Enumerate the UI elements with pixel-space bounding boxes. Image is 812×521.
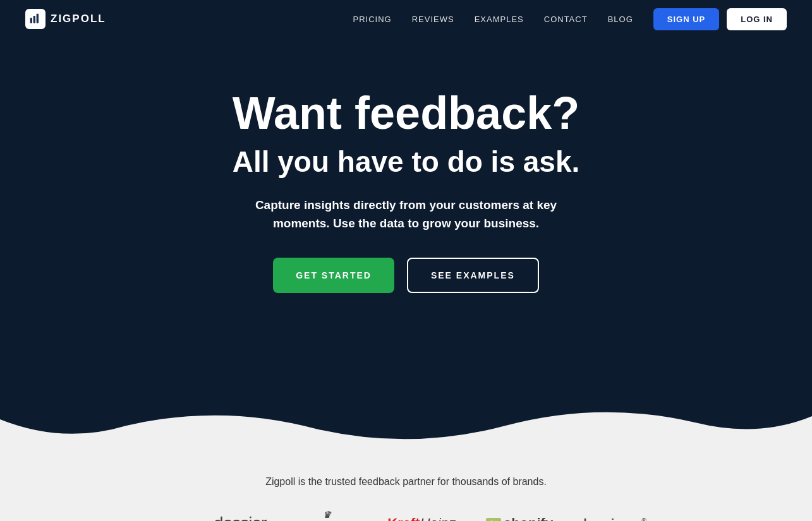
brand-esse: esse (676, 517, 703, 521)
brand-hallmark: ♛ Hallmark (296, 510, 357, 521)
get-started-button[interactable]: GET STARTED (273, 258, 394, 293)
navbar: ZIGPOLL PRICING REVIEWS EXAMPLES CONTACT… (0, 0, 812, 38)
nav-link-pricing[interactable]: PRICING (353, 15, 392, 24)
zigpoll-logo-svg (29, 13, 42, 25)
nav-links: PRICING REVIEWS EXAMPLES CONTACT BLOG (353, 15, 633, 24)
nav-link-contact[interactable]: CONTACT (544, 15, 588, 24)
svg-rect-0 (30, 18, 32, 23)
brand-dossier: dossier (214, 513, 266, 521)
wave-divider (0, 394, 812, 445)
nav-buttons: SIGN UP LOG IN (653, 8, 787, 30)
hero-title-main: Want feedback? (25, 88, 787, 138)
hero-title-sub: All you have to do is ask. (25, 145, 787, 179)
brands-tagline: Zigpoll is the trusted feedback partner … (25, 476, 787, 488)
see-examples-button[interactable]: SEE EXAMPLES (407, 258, 539, 293)
hero-buttons: GET STARTED SEE EXAMPLES (25, 258, 787, 293)
signup-button[interactable]: SIGN UP (653, 8, 719, 30)
brands-row: STRATHBERRY dossier ♛ Hallmark KraftHein… (25, 510, 787, 521)
logo-icon (25, 9, 45, 29)
logo[interactable]: ZIGPOLL (25, 9, 106, 29)
brand-havaianas: havaianas® (583, 517, 646, 521)
brand-shopify: 🛍shopify (486, 515, 553, 521)
logo-text: ZIGPOLL (51, 13, 106, 25)
svg-rect-1 (33, 16, 35, 23)
hero-section: Want feedback? All you have to do is ask… (0, 38, 812, 394)
brands-section: Zigpoll is the trusted feedback partner … (0, 445, 812, 521)
nav-link-blog[interactable]: BLOG (608, 15, 633, 24)
nav-link-reviews[interactable]: REVIEWS (412, 15, 454, 24)
brand-kraft-heinz: KraftHeinz (387, 515, 456, 521)
nav-link-examples[interactable]: EXAMPLES (475, 15, 524, 24)
login-button[interactable]: LOG IN (727, 8, 787, 30)
hero-description: Capture insights directly from your cust… (229, 196, 583, 232)
svg-rect-2 (37, 14, 39, 23)
